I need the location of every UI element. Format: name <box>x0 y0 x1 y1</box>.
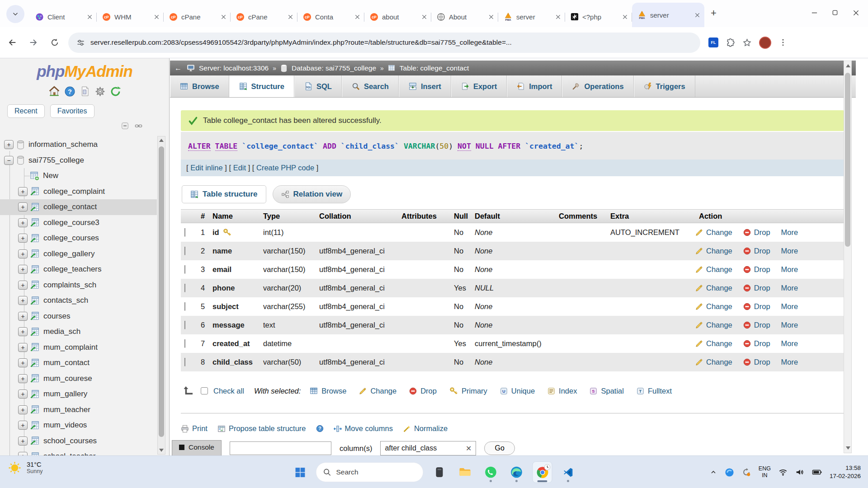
sidebar-item-mum_complaint[interactable]: +mum_complaint <box>0 340 157 356</box>
drop-link[interactable]: Drop <box>754 247 770 255</box>
vscode-button[interactable] <box>558 461 578 483</box>
sidebar-item-mum_gallery[interactable]: +mum_gallery <box>0 386 157 402</box>
tab-close-icon[interactable] <box>220 14 227 20</box>
tree-toggle-icon[interactable]: + <box>18 234 28 243</box>
nav-tab-export[interactable]: Export <box>451 75 507 97</box>
sidebar-item-college_gallery[interactable]: +college_gallery <box>0 246 157 262</box>
tree-toggle-icon[interactable]: − <box>4 156 14 165</box>
drop-link[interactable]: Drop <box>754 265 770 274</box>
scroll-up-icon[interactable] <box>844 62 852 70</box>
nav-tab-structure[interactable]: Structure <box>229 75 294 97</box>
tree-toggle-icon[interactable]: + <box>18 343 28 352</box>
change-link[interactable]: Change <box>706 358 732 366</box>
sidebar-item-college_complaint[interactable]: +college_complaint <box>0 184 157 200</box>
nav-tab-search[interactable]: Search <box>342 75 399 97</box>
row-checkbox[interactable] <box>184 247 185 255</box>
weather-widget[interactable]: 31°CSunny <box>7 460 42 475</box>
help-icon[interactable]: ? <box>64 85 75 97</box>
start-button[interactable] <box>290 461 310 483</box>
tree-toggle-icon[interactable]: + <box>18 312 28 321</box>
row-checkbox[interactable] <box>184 302 185 311</box>
nav-tab-import[interactable]: Import <box>507 75 562 97</box>
browser-tab[interactable]: PMA server <box>632 3 704 27</box>
sidebar-scrollbar[interactable] <box>157 136 165 455</box>
tree-toggle-icon[interactable]: + <box>18 202 28 211</box>
sidebar-item-mum_courese[interactable]: +mum_courese <box>0 371 157 387</box>
main-scroll-thumb[interactable] <box>845 73 850 247</box>
window-close-button[interactable] <box>845 0 866 25</box>
browser-tab[interactable]: cP cPane <box>164 6 231 27</box>
sync-icon[interactable] <box>742 468 751 477</box>
tool-propose-table-structure[interactable]: Propose table structure <box>217 424 306 433</box>
sidebar-scroll-thumb[interactable] <box>159 146 164 437</box>
change-link[interactable]: Change <box>706 284 732 292</box>
tree-toggle-icon[interactable]: + <box>18 187 28 196</box>
nav-tab-browse[interactable]: Browse <box>170 75 229 97</box>
home-icon[interactable] <box>48 85 60 97</box>
favorites-tab[interactable]: Favorites <box>50 104 94 118</box>
hidden-icons-chevron-icon[interactable] <box>710 469 717 476</box>
tree-toggle-icon[interactable]: + <box>18 436 28 446</box>
tab-close-icon[interactable] <box>555 14 561 20</box>
battery-icon[interactable] <box>812 468 822 477</box>
drop-link[interactable]: Drop <box>754 339 770 348</box>
tab-close-icon[interactable] <box>421 14 428 20</box>
drop-link[interactable]: Drop <box>754 321 770 329</box>
file-explorer-button[interactable] <box>455 461 475 483</box>
sidebar-item-new[interactable]: New <box>0 168 157 184</box>
add-column-position-select[interactable]: after child_class✕ <box>380 441 476 455</box>
address-bar[interactable]: server.resellerpub.com:2083/cpsess496910… <box>68 33 700 53</box>
drop-link[interactable]: Drop <box>754 284 770 292</box>
with-selected-index[interactable]: Index <box>547 387 577 395</box>
with-selected-spatial[interactable]: SSpatial <box>590 387 623 395</box>
row-checkbox[interactable] <box>184 265 185 274</box>
with-selected-primary[interactable]: Primary <box>449 387 487 395</box>
sidebar-item-media_sch[interactable]: +media_sch <box>0 324 157 340</box>
sidebar-item-mum_teacher[interactable]: +mum_teacher <box>0 402 157 418</box>
extensions-puzzle-icon[interactable] <box>726 38 735 47</box>
nav-tab-operations[interactable]: Operations <box>562 75 633 97</box>
chrome-button[interactable] <box>533 461 552 483</box>
bookmark-star-icon[interactable] <box>742 38 752 47</box>
sidebar-item-college_teachers[interactable]: +college_teachers <box>0 262 157 277</box>
breadcrumb-table[interactable]: Table: college_contact <box>400 64 469 72</box>
tree-toggle-icon[interactable]: + <box>18 389 28 399</box>
sidebar-item-school_courses[interactable]: +school_courses <box>0 433 157 449</box>
browser-tab[interactable]: cP Conta <box>297 6 364 27</box>
back-button[interactable] <box>3 33 21 52</box>
edge-button[interactable] <box>507 461 527 483</box>
with-selected-drop[interactable]: Drop <box>409 387 437 395</box>
link-edit-inline[interactable]: Edit inline <box>190 164 223 172</box>
tree-toggle-icon[interactable]: + <box>18 249 28 258</box>
tab-close-icon[interactable] <box>153 14 160 20</box>
browser-tab[interactable]: Client <box>30 6 97 27</box>
sql-window-doc-icon[interactable] <box>80 85 90 97</box>
change-link[interactable]: Change <box>706 265 732 274</box>
add-column-count-input[interactable] <box>230 441 331 455</box>
drop-link[interactable]: Drop <box>754 358 770 366</box>
change-link[interactable]: Change <box>706 247 732 255</box>
tab-close-icon[interactable] <box>86 14 93 20</box>
change-link[interactable]: Change <box>706 321 732 329</box>
browser-tab[interactable]: cP cPane <box>231 6 297 27</box>
more-link[interactable]: More <box>781 284 798 292</box>
row-checkbox[interactable] <box>184 284 185 292</box>
drop-link[interactable]: Drop <box>754 302 770 311</box>
tab-table-structure[interactable]: Table structure <box>182 185 266 203</box>
console-bar[interactable]: Console <box>172 440 222 455</box>
link-create-php-code[interactable]: Create PHP code <box>256 164 314 172</box>
app-window-button[interactable] <box>429 461 449 483</box>
collapse-all-icon[interactable] <box>121 122 129 130</box>
more-link[interactable]: More <box>781 358 798 366</box>
with-selected-fulltext[interactable]: TFulltext <box>637 387 672 395</box>
more-link[interactable]: More <box>781 339 798 348</box>
breadcrumb-database[interactable]: Database: sai7755_college <box>292 64 376 72</box>
tree-toggle-icon[interactable]: + <box>18 296 28 305</box>
browser-tab[interactable]: cP WHM <box>97 6 164 27</box>
row-checkbox[interactable] <box>184 358 185 366</box>
recent-tab[interactable]: Recent <box>7 104 45 118</box>
scroll-down-icon[interactable] <box>158 446 165 454</box>
taskbar-search[interactable]: Search <box>316 462 424 482</box>
wifi-icon[interactable] <box>778 468 788 477</box>
window-maximize-button[interactable] <box>825 0 845 25</box>
